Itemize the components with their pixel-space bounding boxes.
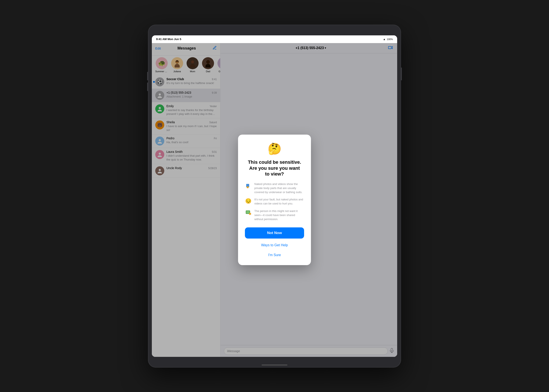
status-right-icons: ▲ 100%: [383, 38, 393, 41]
svg-rect-23: [247, 188, 248, 188]
reason-icon-1: [245, 183, 252, 190]
svg-rect-22: [247, 186, 249, 188]
modal-reasons: Naked photos and videos show the private…: [245, 182, 304, 221]
modal-reason-item-3: ☺ The person in this might not want it s…: [245, 209, 304, 221]
status-bar: 9:41 AM Mon Jun 5 ▲ 100%: [152, 35, 397, 43]
modal-reason-item-2: 😔 It's not your fault, but naked photos …: [245, 198, 304, 206]
svg-rect-25: [246, 211, 250, 213]
reason-text-2: It's not your fault, but naked photos an…: [254, 198, 304, 206]
svg-text:☺: ☺: [250, 213, 251, 215]
ipad-device: 9:41 AM Mon Jun 5 ▲ 100% Edit Messages: [148, 25, 401, 368]
status-time: 9:41 AM Mon Jun 5: [156, 37, 181, 41]
not-now-button[interactable]: Not Now: [245, 227, 304, 238]
ipad-screen: 9:41 AM Mon Jun 5 ▲ 100% Edit Messages: [152, 35, 397, 357]
sensitive-content-modal: 🤔 This could be sensitive.Are you sure y…: [238, 135, 311, 265]
modal-thinking-emoji: 🤔: [245, 142, 304, 155]
volume-up-button[interactable]: [147, 72, 148, 80]
reason-text-1: Naked photos and videos show the private…: [254, 182, 304, 194]
reason-icon-3: ☺: [245, 210, 252, 217]
modal-overlay: 🤔 This could be sensitive.Are you sure y…: [152, 43, 397, 357]
wifi-icon: ▲: [383, 38, 385, 41]
home-bar-indicator: [262, 364, 287, 365]
im-sure-button[interactable]: I'm Sure: [245, 252, 304, 259]
battery-indicator: 100%: [387, 38, 393, 41]
volume-down-button[interactable]: [147, 83, 148, 91]
modal-title: This could be sensitive.Are you sure you…: [245, 159, 304, 177]
reason-icon-2: 😔: [245, 198, 252, 204]
modal-reason-item-1: Naked photos and videos show the private…: [245, 182, 304, 194]
power-button[interactable]: [401, 68, 402, 80]
reason-text-3: The person in this might not want it see…: [254, 209, 304, 221]
ways-to-get-help-button[interactable]: Ways to Get Help: [245, 242, 304, 249]
